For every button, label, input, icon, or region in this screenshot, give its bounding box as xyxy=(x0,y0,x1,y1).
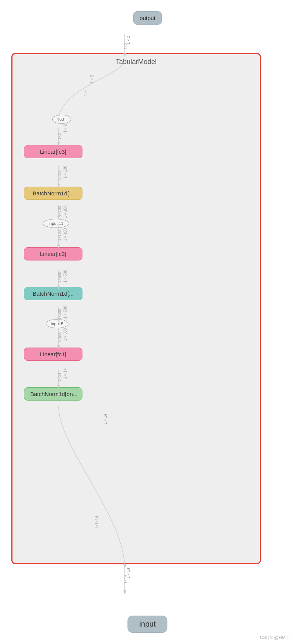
oval-input11-node: input.11 xyxy=(43,219,69,228)
edge-label-bn-teal-to-input5: 1×500 xyxy=(63,306,67,318)
linear-fc2-node: Linear[fc2] xyxy=(24,247,82,260)
edge-label-output-tabular: 1×2 xyxy=(126,36,130,44)
watermark: CSDN @HMTT xyxy=(260,635,291,640)
oval-input5-node: input.5 xyxy=(46,319,68,328)
linear-fc3-node: Linear[fc3] xyxy=(24,145,82,158)
svg-marker-21 xyxy=(123,590,126,594)
edge-label-fc2-to-bn-teal: 1×500 xyxy=(63,270,67,282)
batchnorm-yellow-node: BatchNorm1d[... xyxy=(24,187,82,200)
batchnorm-green-node: BatchNorm1d[bn... xyxy=(24,387,82,401)
edge-label-fc1-to-bn-green: 1×14 xyxy=(63,368,67,379)
edge-label-fc3-to-bn: 1×100 xyxy=(63,166,67,178)
input-node: input xyxy=(127,616,167,633)
edge-label-box-to-input: 1×14 xyxy=(126,568,130,579)
diagram-container: output 1×2 TabularModel 1×2 63 1×2 Linea… xyxy=(0,0,295,644)
tabular-model-box: TabularModel 1×2 63 1×2 Linear[fc3] 1×10… xyxy=(11,53,261,564)
edge-label-input5-to-fc1: 1×500 xyxy=(63,328,67,341)
linear-fc1-node: Linear[fc1] xyxy=(24,348,82,361)
edge-label-tabular-to-63: 1×2 xyxy=(90,75,94,83)
edge-label-input11-to-fc2: 1×100 xyxy=(63,228,67,241)
output-label: output xyxy=(140,15,155,21)
edge-label-bn-green-to-input: 1×14 xyxy=(103,414,107,424)
oval-63-node: 63 xyxy=(52,115,71,124)
edge-label-bn-to-input11: 1×100 xyxy=(63,206,67,218)
edge-label-63-to-fc3: 1×2 xyxy=(63,124,67,133)
batchnorm-teal-node: BatchNorm1d[... xyxy=(24,287,82,300)
tabular-model-label: TabularModel xyxy=(116,58,157,66)
output-node: output xyxy=(133,11,162,25)
